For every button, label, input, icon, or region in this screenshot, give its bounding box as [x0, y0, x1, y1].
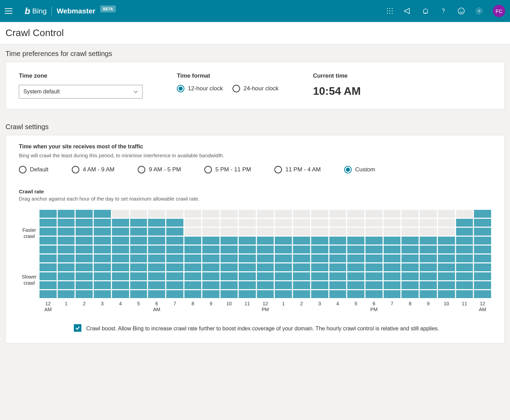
grid-cell[interactable] — [202, 272, 219, 280]
grid-cell[interactable] — [239, 263, 256, 271]
grid-cell[interactable] — [112, 281, 129, 289]
grid-cell[interactable] — [438, 210, 455, 218]
grid-cell[interactable] — [401, 219, 419, 227]
grid-cell[interactable] — [474, 228, 491, 236]
traffic-radio-4[interactable]: 11 PM - 4 AM — [274, 166, 321, 173]
grid-cell[interactable] — [401, 210, 419, 218]
grid-cell[interactable] — [94, 246, 111, 253]
grid-cell[interactable] — [166, 219, 183, 227]
grid-cell[interactable] — [257, 228, 274, 236]
grid-cell[interactable] — [401, 290, 419, 298]
grid-cell[interactable] — [438, 219, 455, 227]
grid-cell[interactable] — [293, 246, 310, 253]
grid-cell[interactable] — [347, 254, 364, 262]
grid-cell[interactable] — [293, 254, 310, 262]
grid-cell[interactable] — [438, 228, 455, 236]
grid-cell[interactable] — [456, 254, 473, 262]
grid-cell[interactable] — [58, 246, 75, 253]
grid-cell[interactable] — [202, 228, 219, 236]
grid-cell[interactable] — [347, 281, 364, 289]
grid-cell[interactable] — [293, 263, 310, 271]
grid-cell[interactable] — [39, 263, 57, 271]
grid-cell[interactable] — [365, 210, 383, 218]
grid-cell[interactable] — [420, 254, 437, 262]
grid-cell[interactable] — [311, 263, 328, 271]
grid-cell[interactable] — [293, 272, 310, 280]
traffic-radio-1[interactable]: 4 AM - 9 AM — [72, 166, 115, 173]
grid-cell[interactable] — [94, 237, 111, 245]
grid-cell[interactable] — [293, 281, 310, 289]
grid-cell[interactable] — [94, 210, 111, 218]
grid-cell[interactable] — [39, 228, 57, 236]
grid-cell[interactable] — [58, 263, 75, 271]
grid-cell[interactable] — [474, 254, 491, 262]
grid-cell[interactable] — [239, 237, 256, 245]
grid-cell[interactable] — [94, 290, 111, 298]
grid-cell[interactable] — [365, 272, 383, 280]
grid-cell[interactable] — [239, 281, 256, 289]
grid-cell[interactable] — [384, 263, 401, 271]
grid-cell[interactable] — [293, 228, 310, 236]
grid-cell[interactable] — [257, 246, 274, 253]
grid-cell[interactable] — [275, 254, 292, 262]
grid-cell[interactable] — [58, 219, 75, 227]
radio-12hour[interactable]: 12-hour clock — [177, 85, 223, 92]
grid-cell[interactable] — [311, 290, 328, 298]
grid-cell[interactable] — [365, 254, 383, 262]
grid-cell[interactable] — [311, 246, 328, 253]
grid-cell[interactable] — [166, 281, 183, 289]
grid-cell[interactable] — [329, 237, 347, 245]
grid-cell[interactable] — [420, 210, 437, 218]
grid-cell[interactable] — [76, 228, 93, 236]
grid-cell[interactable] — [257, 281, 274, 289]
grid-cell[interactable] — [293, 219, 310, 227]
grid-cell[interactable] — [474, 290, 491, 298]
grid-cell[interactable] — [239, 272, 256, 280]
grid-cell[interactable] — [456, 272, 473, 280]
grid-cell[interactable] — [130, 246, 147, 253]
grid-cell[interactable] — [257, 237, 274, 245]
bell-icon[interactable] — [421, 7, 430, 15]
grid-cell[interactable] — [347, 272, 364, 280]
grid-cell[interactable] — [94, 228, 111, 236]
grid-cell[interactable] — [456, 281, 473, 289]
grid-cell[interactable] — [39, 210, 57, 218]
grid-cell[interactable] — [347, 290, 364, 298]
grid-cell[interactable] — [202, 246, 219, 253]
grid-cell[interactable] — [148, 219, 165, 227]
grid-cell[interactable] — [275, 228, 292, 236]
grid-cell[interactable] — [420, 237, 437, 245]
grid-cell[interactable] — [130, 263, 147, 271]
grid-cell[interactable] — [311, 281, 328, 289]
grid-cell[interactable] — [329, 210, 347, 218]
grid-cell[interactable] — [329, 219, 347, 227]
smile-feedback-icon[interactable] — [457, 7, 465, 15]
grid-cell[interactable] — [76, 272, 93, 280]
grid-cell[interactable] — [94, 281, 111, 289]
grid-cell[interactable] — [365, 290, 383, 298]
grid-cell[interactable] — [94, 263, 111, 271]
grid-cell[interactable] — [112, 272, 129, 280]
grid-cell[interactable] — [293, 290, 310, 298]
grid-cell[interactable] — [474, 246, 491, 253]
grid-cell[interactable] — [257, 272, 274, 280]
grid-cell[interactable] — [401, 254, 419, 262]
grid-cell[interactable] — [420, 281, 437, 289]
announcement-icon[interactable] — [404, 7, 412, 15]
grid-cell[interactable] — [58, 254, 75, 262]
grid-cell[interactable] — [474, 263, 491, 271]
grid-cell[interactable] — [401, 228, 419, 236]
grid-cell[interactable] — [76, 237, 93, 245]
grid-cell[interactable] — [148, 237, 165, 245]
grid-cell[interactable] — [76, 290, 93, 298]
grid-cell[interactable] — [311, 219, 328, 227]
grid-cell[interactable] — [347, 210, 364, 218]
grid-cell[interactable] — [76, 210, 93, 218]
grid-cell[interactable] — [76, 254, 93, 262]
grid-cell[interactable] — [112, 210, 129, 218]
grid-cell[interactable] — [438, 290, 455, 298]
grid-cell[interactable] — [130, 210, 147, 218]
grid-cell[interactable] — [239, 219, 256, 227]
grid-cell[interactable] — [148, 263, 165, 271]
grid-cell[interactable] — [347, 246, 364, 253]
